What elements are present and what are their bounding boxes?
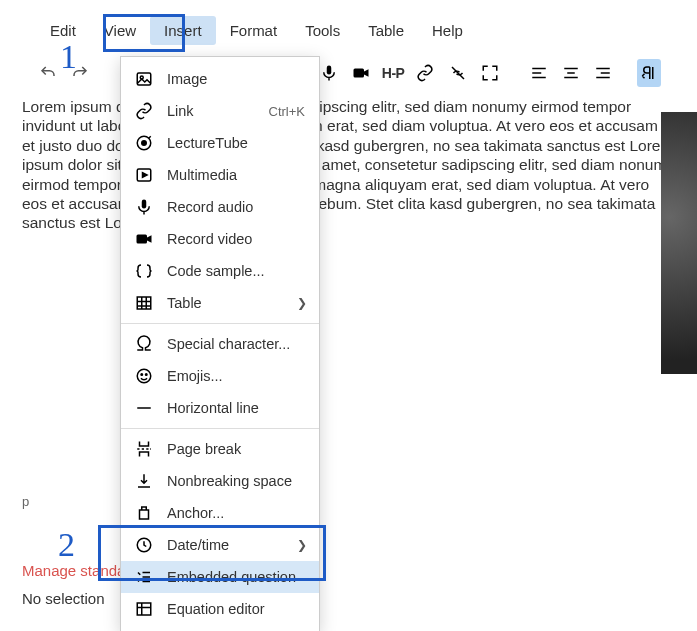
chevron-right-icon: ❯ <box>297 538 307 552</box>
paragraph-icon <box>640 64 658 82</box>
omega-icon <box>135 335 153 353</box>
paragraph-direction-button[interactable] <box>637 59 661 87</box>
dd-record-video-label: Record video <box>167 231 305 247</box>
lecturetube-icon <box>135 134 153 152</box>
clock-icon <box>135 536 153 554</box>
dd-lecturetube[interactable]: LectureTube <box>121 127 319 159</box>
dd-lecturetube-label: LectureTube <box>167 135 305 151</box>
dd-page-break-label: Page break <box>167 441 305 457</box>
dd-anchor[interactable]: Anchor... <box>121 497 319 529</box>
toolbar: H-P <box>0 55 697 97</box>
video-button[interactable] <box>349 59 373 87</box>
nbsp-icon <box>135 472 153 490</box>
align-center-button[interactable] <box>559 59 583 87</box>
dd-multimedia[interactable]: Multimedia <box>121 159 319 191</box>
dd-link-shortcut: Ctrl+K <box>269 104 305 119</box>
inline-image <box>661 112 697 374</box>
dd-link[interactable]: Link Ctrl+K <box>121 95 319 127</box>
align-right-icon <box>594 64 612 82</box>
unlink-button[interactable] <box>446 59 470 87</box>
svg-rect-9 <box>137 297 151 309</box>
svg-point-11 <box>141 374 143 376</box>
dd-link-label: Link <box>167 103 255 119</box>
svg-rect-2 <box>137 73 151 85</box>
record-video-icon <box>135 230 153 248</box>
no-selection-text: No selection <box>22 590 105 607</box>
undo-button[interactable] <box>36 59 60 87</box>
dd-table-label: Table <box>167 295 305 311</box>
dd-multimedia-label: Multimedia <box>167 167 305 183</box>
dd-record-video[interactable]: Record video <box>121 223 319 255</box>
fullscreen-button[interactable] <box>478 59 502 87</box>
dd-anchor-label: Anchor... <box>167 505 305 521</box>
dd-record-audio[interactable]: Record audio <box>121 191 319 223</box>
embedded-question-icon <box>135 568 153 586</box>
undo-icon <box>39 64 57 82</box>
menu-format[interactable]: Format <box>216 16 292 45</box>
dd-nonbreaking-space-label: Nonbreaking space <box>167 473 305 489</box>
svg-point-5 <box>142 141 147 146</box>
fullscreen-icon <box>481 64 499 82</box>
align-center-icon <box>562 64 580 82</box>
menu-help[interactable]: Help <box>418 16 477 45</box>
align-right-button[interactable] <box>591 59 615 87</box>
dd-equation-editor[interactable]: Equation editor <box>121 593 319 625</box>
page-break-icon <box>135 440 153 458</box>
menu-insert[interactable]: Insert <box>150 16 216 45</box>
emoji-icon <box>135 367 153 385</box>
anchor-icon <box>135 504 153 522</box>
link-icon <box>416 64 434 82</box>
microphone-icon <box>320 64 338 82</box>
link-button[interactable] <box>413 59 437 87</box>
h5p-button[interactable]: H-P <box>381 59 405 87</box>
video-icon <box>352 64 370 82</box>
svg-point-12 <box>146 374 148 376</box>
unlink-icon <box>449 64 467 82</box>
dd-code-sample-label: Code sample... <box>167 263 305 279</box>
chevron-right-icon: ❯ <box>297 296 307 310</box>
separator <box>121 428 319 429</box>
dd-emojis[interactable]: Emojis... <box>121 360 319 392</box>
table-icon <box>135 294 153 312</box>
element-path: p <box>22 494 29 509</box>
hr-icon <box>135 399 153 417</box>
menu-table[interactable]: Table <box>354 16 418 45</box>
separator <box>121 323 319 324</box>
dd-page-break[interactable]: Page break <box>121 433 319 465</box>
svg-rect-0 <box>326 66 331 75</box>
menubar: Edit View Insert Format Tools Table Help <box>0 0 697 55</box>
editor-content[interactable]: Lorem ipsum dolor sit amet, consetetur s… <box>0 97 697 233</box>
dd-record-audio-label: Record audio <box>167 199 305 215</box>
align-left-button[interactable] <box>527 59 551 87</box>
equation-icon <box>135 600 153 618</box>
dd-code-sample[interactable]: Code sample... <box>121 255 319 287</box>
svg-point-10 <box>137 369 151 383</box>
dd-special-char[interactable]: Special character... <box>121 328 319 360</box>
dd-image-label: Image <box>167 71 305 87</box>
dd-table[interactable]: Table ❯ <box>121 287 319 319</box>
image-icon <box>135 70 153 88</box>
menu-tools[interactable]: Tools <box>291 16 354 45</box>
dd-horizontal-line-label: Horizontal line <box>167 400 305 416</box>
link-icon <box>135 102 153 120</box>
insert-dropdown: Image Link Ctrl+K LectureTube Multimedia… <box>120 56 320 631</box>
code-icon <box>135 262 153 280</box>
dd-nonbreaking-space[interactable]: Nonbreaking space <box>121 465 319 497</box>
svg-rect-7 <box>142 200 147 209</box>
h5p-icon: H-P <box>382 65 405 81</box>
microphone-button[interactable] <box>317 59 341 87</box>
dd-emojis-label: Emojis... <box>167 368 305 384</box>
dd-equation-editor-label: Equation editor <box>167 601 305 617</box>
svg-rect-8 <box>137 235 148 244</box>
dd-horizontal-line[interactable]: Horizontal line <box>121 392 319 424</box>
svg-rect-1 <box>353 69 364 78</box>
menu-view[interactable]: View <box>90 16 150 45</box>
svg-rect-14 <box>137 603 151 615</box>
dd-embedded-question-label: Embedded question <box>167 569 305 585</box>
dd-special-char-label: Special character... <box>167 336 305 352</box>
dd-datetime[interactable]: Date/time ❯ <box>121 529 319 561</box>
annotation-number-2: 2 <box>58 526 75 564</box>
record-audio-icon <box>135 198 153 216</box>
dd-image[interactable]: Image <box>121 63 319 95</box>
dd-embedded-question[interactable]: Embedded question <box>121 561 319 593</box>
